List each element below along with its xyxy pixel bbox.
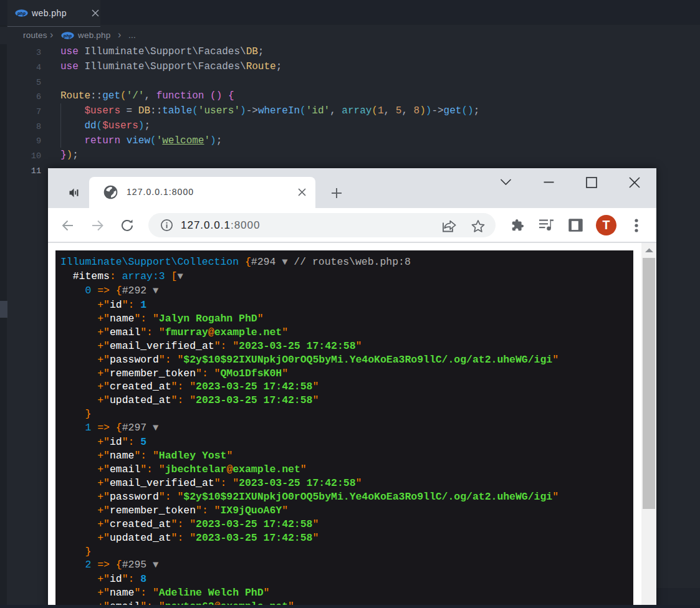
svg-text:php: php xyxy=(63,34,72,39)
svg-text:php: php xyxy=(17,11,26,16)
